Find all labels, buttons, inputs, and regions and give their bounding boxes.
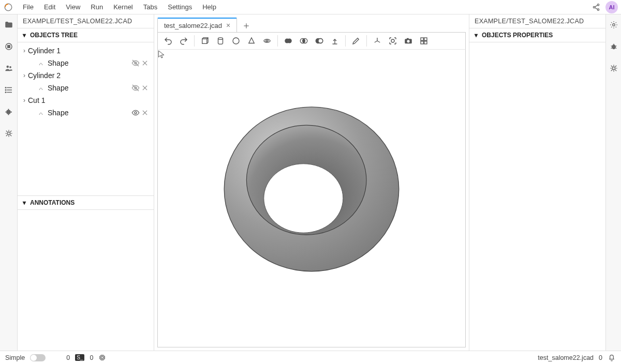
delete-icon[interactable] — [140, 59, 150, 67]
users-icon[interactable] — [4, 63, 14, 73]
debugger-icon[interactable] — [609, 41, 619, 52]
visibility-on-icon[interactable] — [131, 109, 140, 117]
menubar: File Edit View Run Kernel Tabs Settings … — [0, 0, 621, 14]
camera-tool-button[interactable] — [401, 34, 416, 48]
annotations-header[interactable]: ▾ ANNOTATIONS — [18, 196, 154, 210]
svg-rect-5 — [7, 46, 10, 48]
focus-tool-button[interactable] — [386, 34, 400, 48]
tree-item-label: Shape — [48, 84, 131, 92]
menu-view[interactable]: View — [61, 1, 85, 13]
svg-point-29 — [218, 38, 223, 40]
running-icon[interactable] — [4, 41, 14, 52]
cone-tool-button[interactable] — [244, 34, 259, 48]
toc-icon[interactable] — [4, 85, 14, 95]
expand-icon[interactable]: › — [21, 97, 28, 104]
terminal-count: 0 — [90, 354, 93, 361]
expand-icon[interactable]: › — [21, 47, 28, 54]
tree-item-label: Cut 1 — [28, 96, 150, 104]
menu-help[interactable]: Help — [197, 1, 221, 13]
menu-edit[interactable]: Edit — [39, 1, 61, 13]
tree-item-cut-1[interactable]: › Cut 1 — [18, 94, 154, 107]
bell-icon[interactable] — [608, 354, 616, 362]
svg-rect-45 — [424, 38, 427, 40]
visibility-off-icon[interactable] — [131, 59, 140, 67]
extrude-tool-button[interactable] — [328, 34, 342, 48]
tab-jcad-file[interactable]: test_salome22.jcad × — [157, 18, 237, 32]
caret-down-icon: ▾ — [23, 199, 28, 206]
intersection-tool-button[interactable] — [297, 34, 311, 48]
property-inspector-icon[interactable] — [609, 20, 619, 30]
sphere-tool-button[interactable] — [229, 34, 243, 48]
tree-item-cylinder-1-shape[interactable]: Shape — [18, 57, 154, 69]
objects-tree-header-label: OBJECTS TREE — [30, 32, 78, 39]
torus-tool-button[interactable] — [260, 34, 274, 48]
cylinder-tool-button[interactable] — [213, 34, 228, 48]
cpu-icon[interactable] — [98, 354, 106, 361]
jcad-right-icon[interactable] — [609, 63, 619, 73]
extensions-icon[interactable] — [4, 107, 14, 117]
difference-tool-button[interactable] — [312, 34, 327, 48]
object-properties-header[interactable]: ▾ OBJECTS PROPERTIES — [469, 28, 605, 42]
tree-item-cylinder-1[interactable]: › Cylinder 1 — [18, 44, 154, 57]
annotations-header-label: ANNOTATIONS — [30, 199, 75, 206]
svg-rect-43 — [407, 38, 409, 39]
tree-item-cut-1-shape[interactable]: Shape — [18, 107, 154, 119]
edit-tool-button[interactable] — [349, 34, 363, 48]
annotations-region: ▾ ANNOTATIONS — [18, 195, 154, 351]
menu-run[interactable]: Run — [85, 1, 108, 13]
svg-point-31 — [264, 39, 270, 42]
menu-tabs[interactable]: Tabs — [138, 1, 162, 13]
share-icon[interactable] — [590, 1, 602, 13]
caret-down-icon: ▾ — [475, 32, 480, 39]
svg-rect-28 — [202, 39, 207, 43]
redo-button[interactable] — [176, 34, 191, 48]
svg-rect-14 — [7, 132, 10, 135]
menu-kernel[interactable]: Kernel — [108, 1, 138, 13]
grid-tool-button[interactable] — [417, 34, 431, 48]
svg-rect-44 — [421, 38, 423, 40]
right-panel-title: EXAMPLE/TEST_SALOME22.JCAD — [469, 14, 605, 28]
svg-line-57 — [615, 48, 616, 49]
svg-line-56 — [611, 48, 612, 49]
svg-point-7 — [9, 66, 11, 68]
box-tool-button[interactable] — [198, 34, 212, 48]
objects-tree: › Cylinder 1 Shape › Cylinder 2 — [18, 42, 154, 124]
jcad-icon[interactable] — [4, 128, 14, 139]
statusbar: Simple 0 S_ 0 test_salome22.jcad 0 — [0, 351, 621, 364]
3d-viewport[interactable] — [157, 50, 466, 347]
shape-icon — [38, 110, 46, 116]
tree-item-cylinder-2-shape[interactable]: Shape — [18, 82, 154, 94]
editor-area: test_salome22.jcad × — [154, 14, 469, 351]
objects-tree-header[interactable]: ▾ OBJECTS TREE — [18, 28, 154, 42]
delete-icon[interactable] — [140, 84, 150, 92]
undo-button[interactable] — [161, 34, 175, 48]
aux-bar — [605, 14, 621, 351]
tree-item-cylinder-2[interactable]: › Cylinder 2 — [18, 69, 154, 82]
svg-point-12 — [5, 89, 6, 90]
tab-label: test_salome22.jcad — [164, 22, 222, 29]
tree-item-label: Cylinder 2 — [28, 71, 150, 80]
axes-tool-button[interactable] — [370, 34, 385, 48]
caret-down-icon: ▾ — [23, 32, 28, 39]
right-panel: EXAMPLE/TEST_SALOME22.JCAD ▾ OBJECTS PRO… — [469, 14, 605, 351]
object-properties-header-label: OBJECTS PROPERTIES — [482, 32, 553, 39]
terminal-badge-icon[interactable]: S_ — [75, 354, 84, 361]
expand-icon[interactable]: › — [21, 72, 28, 79]
folder-icon[interactable] — [4, 20, 14, 30]
new-tab-button[interactable] — [240, 20, 253, 32]
mode-toggle[interactable] — [30, 354, 46, 361]
cad-toolbar — [157, 32, 466, 50]
svg-rect-58 — [612, 67, 615, 70]
menu-file[interactable]: File — [18, 1, 39, 13]
tree-item-label: Shape — [48, 59, 131, 67]
svg-point-13 — [5, 92, 6, 93]
svg-point-30 — [233, 38, 239, 44]
union-tool-button[interactable] — [281, 34, 295, 48]
activity-bar — [0, 14, 18, 351]
close-tab-icon[interactable]: × — [226, 22, 230, 29]
menu-settings[interactable]: Settings — [162, 1, 197, 13]
visibility-off-icon[interactable] — [131, 84, 140, 92]
delete-icon[interactable] — [140, 109, 150, 116]
svg-rect-59 — [100, 356, 105, 360]
avatar[interactable]: AI — [605, 1, 618, 13]
